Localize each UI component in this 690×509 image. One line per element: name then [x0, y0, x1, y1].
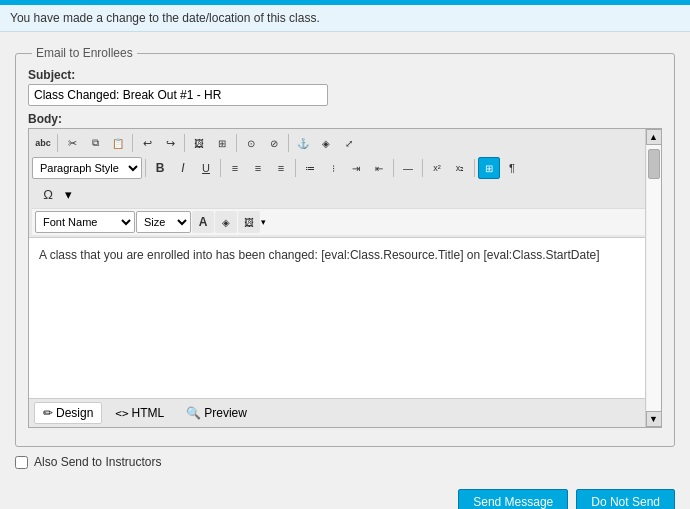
indent-btn[interactable]: ⇥ [345, 157, 367, 179]
align-center-btn[interactable]: ≡ [247, 157, 269, 179]
sep10 [422, 159, 423, 177]
html-tab-label: HTML [132, 406, 165, 420]
outdent-btn[interactable]: ⇤ [368, 157, 390, 179]
highlight-color-btn[interactable]: ◈ [215, 211, 237, 233]
italic-btn[interactable]: I [172, 157, 194, 179]
cursor-indicator: ▾ [65, 187, 72, 202]
editor-body-wrapper: A class that you are enrolled into has b… [29, 238, 661, 398]
subject-row: Subject: [28, 68, 662, 106]
html-tab[interactable]: <> HTML [106, 402, 173, 424]
toolbar-row1: abc ✂ ⧉ 📋 ↩ ↪ 🖼 ⊞ ⊙ ⊘ [29, 129, 661, 238]
format-btn[interactable]: ¶ [501, 157, 523, 179]
sep4 [236, 134, 237, 152]
also-send-checkbox[interactable] [15, 456, 28, 469]
editor-footer: ✏ Design <> HTML 🔍 Preview ⠿ [29, 398, 661, 427]
bold-btn[interactable]: B [149, 157, 171, 179]
text-color-btn[interactable]: A [192, 211, 214, 233]
also-send-row: Also Send to Instructors [15, 455, 675, 469]
table-btn[interactable]: ⊞ [211, 132, 233, 154]
unordered-list-btn[interactable]: ⁝ [322, 157, 344, 179]
sep3 [184, 134, 185, 152]
scroll-track [647, 145, 661, 411]
maximize-btn[interactable]: ⤢ [338, 132, 360, 154]
toolbar-buttons-row1: abc ✂ ⧉ 📋 ↩ ↪ 🖼 ⊞ ⊙ ⊘ [32, 131, 658, 155]
toolbar-buttons-row2: Paragraph Style B I U ≡ ≡ ≡ ≔ ⁝ ⇥ [32, 156, 658, 180]
email-section: Email to Enrollees Subject: Body: abc ✂ … [15, 46, 675, 447]
underline-btn[interactable]: U [195, 157, 217, 179]
omega-btn[interactable]: Ω [35, 183, 61, 205]
anchor-btn[interactable]: ⚓ [292, 132, 314, 154]
editor-text: A class that you are enrolled into has b… [39, 248, 600, 262]
sep11 [474, 159, 475, 177]
spell-check-btn[interactable]: abc [32, 132, 54, 154]
sep6 [145, 159, 146, 177]
body-row: Body: abc ✂ ⧉ 📋 ↩ ↪ 🖼 ⊞ [28, 112, 662, 428]
source-btn[interactable]: ⊞ [478, 157, 500, 179]
design-tab[interactable]: ✏ Design [34, 402, 102, 424]
subject-label: Subject: [28, 68, 662, 82]
preview-tab-icon: 🔍 [186, 406, 201, 420]
paste-btn[interactable]: 📋 [107, 132, 129, 154]
undo-btn[interactable]: ↩ [136, 132, 158, 154]
scroll-up-btn[interactable]: ▲ [646, 129, 662, 145]
do-not-send-button[interactable]: Do Not Send [576, 489, 675, 509]
superscript-btn[interactable]: x² [426, 157, 448, 179]
code-btn[interactable]: ◈ [315, 132, 337, 154]
subscript-btn[interactable]: x₂ [449, 157, 471, 179]
editor-content[interactable]: A class that you are enrolled into has b… [29, 238, 661, 398]
ordered-list-btn[interactable]: ≔ [299, 157, 321, 179]
redo-btn[interactable]: ↪ [159, 132, 181, 154]
html-tab-icon: <> [115, 407, 128, 420]
scrollbar[interactable]: ▲ ▼ [645, 129, 661, 427]
sep7 [220, 159, 221, 177]
link-btn[interactable]: ⊙ [240, 132, 262, 154]
sep9 [393, 159, 394, 177]
toolbar-row4: Font Name Size A ◈ 🖼 ▾ [32, 208, 658, 235]
copy-btn[interactable]: ⧉ [84, 132, 106, 154]
main-content: Email to Enrollees Subject: Body: abc ✂ … [0, 32, 690, 479]
email-legend: Email to Enrollees [32, 46, 137, 60]
image-btn[interactable]: 🖼 [188, 132, 210, 154]
scroll-down-btn[interactable]: ▼ [646, 411, 662, 427]
design-tab-icon: ✏ [43, 406, 53, 420]
subject-input[interactable] [28, 84, 328, 106]
notice-text: You have made a change to the date/locat… [10, 11, 320, 25]
notice-bar: You have made a change to the date/locat… [0, 5, 690, 32]
body-label: Body: [28, 112, 662, 126]
size-select[interactable]: Size [136, 211, 191, 233]
also-send-label: Also Send to Instructors [34, 455, 161, 469]
align-right-btn[interactable]: ≡ [270, 157, 292, 179]
cut-btn[interactable]: ✂ [61, 132, 83, 154]
image-insert-btn2[interactable]: 🖼 [238, 211, 260, 233]
editor-container: abc ✂ ⧉ 📋 ↩ ↪ 🖼 ⊞ ⊙ ⊘ [28, 128, 662, 428]
rule-btn[interactable]: — [397, 157, 419, 179]
design-tab-label: Design [56, 406, 93, 420]
toolbar-row3: Ω ▾ [32, 181, 658, 207]
font-name-select[interactable]: Font Name [35, 211, 135, 233]
dropdown-arrow: ▾ [261, 217, 266, 227]
sep2 [132, 134, 133, 152]
sep1 [57, 134, 58, 152]
paragraph-style-select[interactable]: Paragraph Style [32, 157, 142, 179]
unlink-btn[interactable]: ⊘ [263, 132, 285, 154]
sep8 [295, 159, 296, 177]
scroll-thumb[interactable] [648, 149, 660, 179]
bottom-buttons: Send Message Do Not Send [0, 479, 690, 509]
send-message-button[interactable]: Send Message [458, 489, 568, 509]
preview-tab-label: Preview [204, 406, 247, 420]
align-left-btn[interactable]: ≡ [224, 157, 246, 179]
preview-tab[interactable]: 🔍 Preview [177, 402, 256, 424]
sep5 [288, 134, 289, 152]
